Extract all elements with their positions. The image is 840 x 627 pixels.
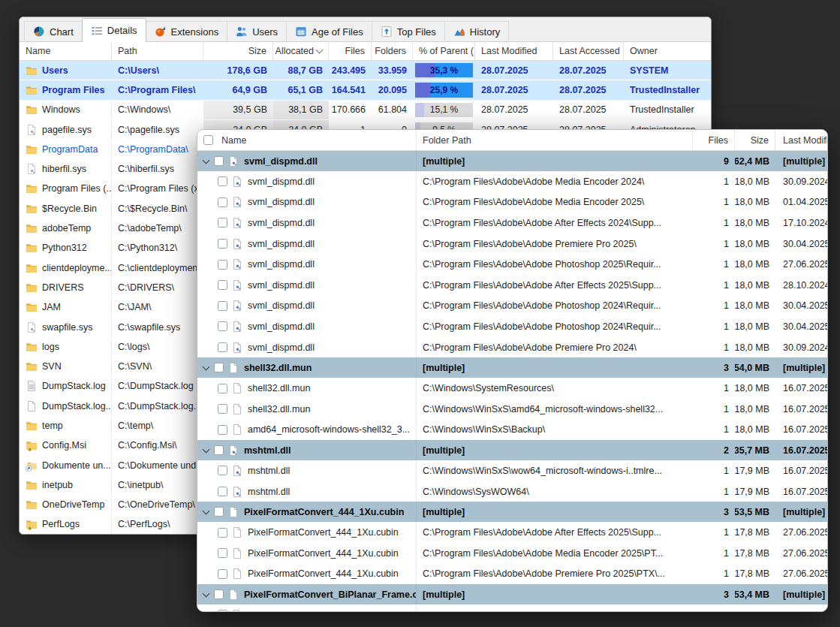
duplicate-file-row-mshtml-dll[interactable]: mshtml.dllC:\Windows\SysWOW64\117,9 MB16… [197,481,827,502]
row-checkbox[interactable] [218,487,227,496]
duplicate-file-row-svml-dispmd-dll[interactable]: svml_dispmd.dllC:\Program Files\Adobe\Ad… [197,171,827,192]
table-row-windows[interactable]: WindowsC:\Windows\39,5 GB38,1 GB170.6666… [20,101,711,120]
row-checkbox[interactable] [214,445,224,455]
row-name: svml_dispmd.dll [244,156,318,167]
row-checkbox[interactable] [218,342,227,352]
row-checkbox[interactable] [218,569,227,579]
last-modified-cell: 28.07.2025 [475,80,553,99]
column-header-of-parent[interactable]: % of Parent (... [413,42,475,60]
duplicate-file-row-svml-dispmd-dll[interactable]: svml_dispmd.dllC:\Program Files\Adobe\Ad… [197,337,827,358]
tab-chart[interactable]: Chart [24,21,83,41]
row-checkbox[interactable] [214,156,224,166]
duplicate-group-row-pixelformatconvert-biplanar-frame-c[interactable]: PixelFormatConvert_BiPlanar_Frame.c...[m… [197,584,827,604]
expand-collapse-chevron-icon[interactable] [203,589,210,597]
duplicate-file-row-pixelformatconvert-444-1xu-cubin[interactable]: PixelFormatConvert_444_1Xu.cubinC:\Progr… [197,564,827,585]
row-checkbox[interactable] [218,197,227,207]
file-icon [227,362,239,374]
name-cell: Windows [20,101,112,119]
last-modified-cell: [multiple] [775,502,828,522]
row-checkbox[interactable] [218,280,227,290]
path-cell-label: C:\Python312\ [118,243,177,253]
duplicate-file-row-amd64-microsoft-windows-shell32-3[interactable]: amd64_microsoft-windows-shell32_3...C:\W… [197,420,827,441]
duplicate-group-row-svml-dispmd-dll[interactable]: svml_dispmd.dll[multiple]9162,4 MB[multi… [197,151,827,171]
duplicate-file-row-pixelformatconvert-444-1xu-cubin[interactable]: PixelFormatConvert_444_1Xu.cubinC:\Progr… [197,543,827,564]
row-name: JAM [42,302,61,312]
duplicate-file-row-svml-dispmd-dll[interactable]: svml_dispmd.dllC:\Program Files\Adobe\Ad… [197,254,827,275]
column-header-owner[interactable]: Owner [624,42,712,60]
duplicate-group-row-pixelformatconvert-444-1xu-cubin[interactable]: PixelFormatConvert_444_1Xu.cubin[multipl… [197,502,827,522]
tab-age-of-files[interactable]: Age of Files [286,21,372,41]
row-checkbox[interactable] [218,301,227,311]
row-checkbox[interactable] [218,321,227,331]
duplicate-group-row-mshtml-dll[interactable]: mshtml.dll[multiple]235,7 MB16.07.2025 [197,440,827,460]
row-checkbox[interactable] [218,218,227,228]
column-header-folders[interactable]: Folders [372,42,413,60]
table-row-program-files[interactable]: Program FilesC:\Program Files\64,9 GB65,… [20,80,711,100]
column-header-size[interactable]: Size [203,42,273,60]
row-checkbox[interactable] [214,589,224,599]
row-name: amd64_microsoft-windows-shell32_3... [248,424,410,435]
duplicate-file-row-svml-dispmd-dll[interactable]: svml_dispmd.dllC:\Program Files\Adobe\Ad… [197,213,827,234]
tab-top-files[interactable]: Top Files [372,21,445,41]
row-checkbox[interactable] [218,404,227,414]
size-cell-label: 17,9 MB [735,487,769,497]
duplicate-file-row-shell32-dll-mun[interactable]: shell32.dll.munC:\Windows\WinSxS\amd64_m… [197,399,827,420]
duplicate-file-row-svml-dispmd-dll[interactable]: svml_dispmd.dllC:\Program Files\Adobe\Ad… [197,192,827,213]
row-checkbox[interactable] [218,239,227,249]
column-header-last-modified[interactable]: Last Modified [475,42,553,60]
row-checkbox[interactable] [218,260,227,270]
owner-cell: SYSTEM [624,61,712,80]
column-header-name[interactable]: Name [197,130,417,150]
expand-collapse-chevron-icon[interactable] [203,363,210,370]
column-header-files[interactable]: Files [693,130,735,150]
folder-icon [26,242,38,254]
files-cell-label: 1 [724,610,729,612]
expand-collapse-chevron-icon[interactable] [203,507,210,514]
column-header-name[interactable]: Name [20,42,112,60]
row-name: DumpStack.log... [42,401,112,411]
tab-history[interactable]: History [444,21,509,41]
column-header-last-accessed[interactable]: Last Accessed [553,42,624,60]
row-checkbox[interactable] [214,363,224,372]
row-checkbox[interactable] [214,507,224,517]
duplicate-file-row-shell32-dll-mun[interactable]: shell32.dll.munC:\Windows\SystemResource… [197,378,827,399]
folder-icon [26,341,38,353]
tab-extensions[interactable]: Extensions [146,21,228,41]
expand-collapse-chevron-icon[interactable] [203,156,210,164]
last-modified-cell: 30.04.2025 [775,316,828,337]
path-cell-label: C:\Users\ [118,65,159,76]
size-cell: 17,8 MB [735,543,775,564]
select-all-checkbox[interactable] [203,135,213,145]
row-checkbox[interactable] [218,528,227,538]
tab-users[interactable]: Users [227,21,287,41]
duplicate-file-row-mshtml-dll[interactable]: mshtml.dllC:\Windows\WinSxS\wow64_micros… [197,460,827,481]
row-checkbox[interactable] [218,548,227,558]
column-header-files[interactable]: Files [329,42,372,60]
tab-details[interactable]: Details [82,18,146,42]
duplicate-file-row-svml-dispmd-dll[interactable]: svml_dispmd.dllC:\Program Files\Adobe\Ad… [197,234,827,255]
expand-collapse-chevron-icon[interactable] [203,445,210,453]
path-cell-label: C:\OneDriveTemp\ [118,499,195,510]
duplicate-file-row-svml-dispmd-dll[interactable]: svml_dispmd.dllC:\Program Files\Adobe\Ad… [197,275,827,296]
system-file-icon [26,124,38,136]
row-checkbox[interactable] [218,384,227,393]
column-header-size[interactable]: Size [735,130,775,150]
column-header-path[interactable]: Path [112,42,203,60]
duplicate-file-row-svml-dispmd-dll[interactable]: svml_dispmd.dllC:\Program Files\Adobe\Ad… [197,296,827,317]
column-header-last-modified[interactable]: Last Modified [775,130,828,150]
duplicate-file-row-pixelformatconvert-444-1xu-cubin[interactable]: PixelFormatConvert_444_1Xu.cubinC:\Progr… [197,522,827,543]
name-cell: shell32.dll.mun [197,378,417,399]
duplicate-file-row-svml-dispmd-dll[interactable]: svml_dispmd.dllC:\Program Files\Adobe\Ad… [197,316,827,337]
row-checkbox[interactable] [218,466,227,475]
table-row-users[interactable]: UsersC:\Users\178,6 GB88,7 GB243.49533.9… [20,61,711,80]
column-header-folder-path[interactable]: Folder Path [417,130,693,150]
name-cell: Python312 [20,239,112,258]
row-checkbox[interactable] [218,610,227,612]
name-cell: PerfLogs [20,515,112,534]
name-cell: PixelFormatConvert_444_1Xu.cubin [197,564,417,585]
duplicate-file-row-pixelformatconvert-biplanar-frame-c[interactable]: PixelFormatConvert_BiPlanar_Frame.c...C:… [197,604,827,612]
row-checkbox[interactable] [218,425,227,435]
column-header-allocated[interactable]: Allocated [273,42,329,60]
duplicate-group-row-shell32-dll-mun[interactable]: shell32.dll.mun[multiple]354,0 MB[multip… [197,357,827,378]
row-checkbox[interactable] [218,176,227,186]
